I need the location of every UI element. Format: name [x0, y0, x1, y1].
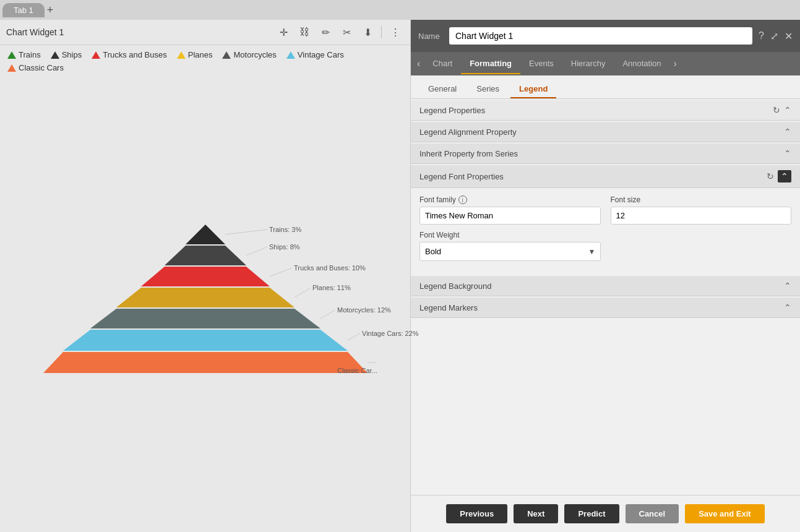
pyramid-area: Trains: 3% Ships: 8% Trucks and Buses: 1… [0, 77, 410, 532]
pyramid-planes [116, 288, 295, 307]
sub-tab-legend[interactable]: Legend [510, 80, 556, 98]
add-tab-button[interactable]: + [47, 4, 54, 17]
link-icon[interactable]: ⛓ [296, 24, 313, 41]
planes-label: Planes: 11% [312, 284, 351, 291]
trains-label: Trains: 3% [269, 226, 301, 233]
tab-chart[interactable]: Chart [424, 54, 461, 74]
legend-markers-collapse-button[interactable]: ⌃ [784, 302, 791, 312]
legend-properties-icons: ↻ ⌃ [773, 105, 791, 115]
legend-background-section[interactable]: Legend Background ⌃ [411, 276, 800, 296]
pyramid-trucks [141, 267, 270, 286]
legend-background-icons: ⌃ [784, 281, 791, 291]
sub-tab-series[interactable]: Series [468, 80, 508, 98]
legend-font-label: Legend Font Properties [419, 172, 504, 181]
main-area: Chart Widget 1 ✛ ⛓ ✏ ✂ ⬇ ⋮ Trains Ships [0, 20, 800, 532]
font-weight-spacer [611, 231, 792, 261]
edit-icon[interactable]: ✏ [317, 24, 334, 41]
legend-item-planes: Planes [177, 50, 213, 59]
right-panel: Name ? ⤢ ✕ ‹ Chart Formatting Events Hie… [410, 20, 800, 532]
tab-bar: Tab 1 + [0, 0, 800, 20]
sub-tab-bar: General Series Legend [411, 75, 800, 99]
legend-label-classic: Classic Cars [19, 63, 64, 72]
legend-properties-label: Legend Properties [419, 106, 485, 115]
panel-footer: Previous Next Predict Cancel Save and Ex… [411, 495, 800, 532]
font-family-label: Font family i [419, 195, 601, 204]
legend-label-trucks: Trucks and Buses [103, 50, 167, 59]
legend-font-refresh-button[interactable]: ↻ [767, 171, 774, 181]
legend-markers-section[interactable]: Legend Markers ⌃ [411, 298, 800, 318]
pyramid-chart: Trains: 3% Ships: 8% Trucks and Buses: 1… [32, 218, 379, 392]
panel-tab-nav: ‹ Chart Formatting Events Hierarchy Anno… [411, 52, 800, 75]
predict-button[interactable]: Predict [564, 504, 619, 523]
inherit-property-section[interactable]: Inherit Property from Series ⌃ [411, 144, 800, 164]
tab-1[interactable]: Tab 1 [2, 3, 45, 17]
legend-label-trains: Trains [19, 50, 41, 59]
cancel-button[interactable]: Cancel [626, 504, 679, 523]
more-icon[interactable]: ⋮ [387, 24, 404, 41]
legend-label-motorcycles: Motorcycles [233, 50, 276, 59]
legend-properties-section[interactable]: Legend Properties ↻ ⌃ [411, 100, 800, 121]
move-icon[interactable]: ✛ [275, 24, 292, 41]
legend-properties-refresh-button[interactable]: ↻ [773, 105, 780, 115]
svg-line-4 [320, 310, 335, 319]
chart-toolbar: ✛ ⛓ ✏ ✂ ⬇ ⋮ [275, 24, 404, 41]
tab-prev-button[interactable]: ‹ [413, 58, 424, 69]
font-family-info-icon[interactable]: i [458, 195, 467, 204]
legend-font-section[interactable]: Legend Font Properties ↻ ⌃ [411, 165, 800, 188]
font-weight-group: Font Weight Normal Bold Bolder Lighter ▼ [419, 231, 601, 261]
tab-next-button[interactable]: › [670, 58, 681, 69]
previous-button[interactable]: Previous [446, 504, 507, 523]
close-icon[interactable]: ✕ [785, 30, 793, 42]
font-family-input[interactable] [419, 207, 601, 225]
legend-item-motorcycles: Motorcycles [222, 50, 276, 59]
legend-item-trains: Trains [7, 50, 41, 59]
inherit-property-collapse-button[interactable]: ⌃ [784, 148, 791, 158]
legend-alignment-section[interactable]: Legend Alignment Property ⌃ [411, 122, 800, 142]
legend-background-collapse-button[interactable]: ⌃ [784, 281, 791, 291]
legend-item-trucks: Trucks and Buses [92, 50, 167, 59]
classic-label: Classic Car... [337, 367, 377, 374]
legend-alignment-collapse-button[interactable]: ⌃ [784, 127, 791, 137]
widget-name-input[interactable] [449, 27, 752, 45]
legend-label-planes: Planes [188, 50, 213, 59]
tab-formatting[interactable]: Formatting [461, 54, 520, 74]
pyramid-motorcycles [90, 309, 320, 328]
settings-icon[interactable]: ✂ [338, 24, 355, 41]
motorcycles-label: Motorcycles: 12% [337, 306, 391, 314]
tab-annotation[interactable]: Annotation [614, 54, 669, 74]
font-size-input[interactable] [611, 207, 792, 225]
font-family-size-row: Font family i Font size [419, 195, 791, 225]
expand-icon[interactable]: ⤢ [770, 30, 778, 42]
ships-icon [51, 51, 59, 59]
font-family-group: Font family i [419, 195, 601, 225]
legend-label-vintage: Vintage Cars [298, 50, 344, 59]
pyramid-ships [165, 246, 246, 265]
svg-line-3 [295, 288, 311, 298]
legend-font-collapse-button[interactable]: ⌃ [778, 170, 791, 182]
svg-line-0 [225, 230, 267, 234]
tab-events[interactable]: Events [520, 54, 562, 74]
trucks-icon [92, 51, 100, 59]
trains-icon [7, 51, 16, 59]
font-size-label: Font size [611, 195, 792, 204]
font-weight-select[interactable]: Normal Bold Bolder Lighter [419, 242, 601, 261]
next-button[interactable]: Next [514, 504, 558, 523]
tab-hierarchy[interactable]: Hierarchy [562, 54, 614, 74]
trucks-label: Trucks and Buses: 10% [294, 264, 366, 272]
sub-tab-general[interactable]: General [419, 80, 465, 98]
legend-label-ships: Ships [62, 50, 82, 59]
font-weight-row: Font Weight Normal Bold Bolder Lighter ▼ [419, 231, 791, 261]
pyramid-classic [43, 352, 368, 373]
download-icon[interactable]: ⬇ [359, 24, 376, 41]
legend-alignment-icons: ⌃ [784, 127, 791, 137]
motorcycles-icon [222, 51, 231, 59]
legend-properties-collapse-button[interactable]: ⌃ [784, 105, 791, 115]
toolbar-separator [381, 26, 382, 38]
font-size-group: Font size [611, 195, 792, 225]
name-label: Name [418, 32, 443, 41]
svg-line-2 [270, 268, 292, 277]
save-exit-button[interactable]: Save and Exit [685, 504, 765, 523]
help-icon[interactable]: ? [759, 30, 764, 41]
legend-item-classic: Classic Cars [7, 63, 64, 72]
planes-icon [177, 51, 186, 59]
